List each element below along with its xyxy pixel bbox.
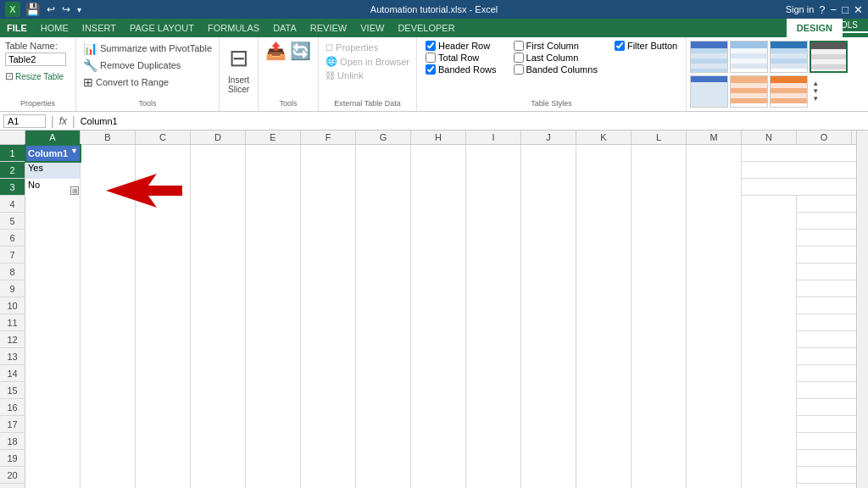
style-thumb-1[interactable] [690, 41, 728, 73]
cell[interactable] [81, 382, 136, 399]
cell[interactable] [356, 416, 411, 433]
cell[interactable] [576, 280, 632, 297]
cell-E3[interactable] [246, 179, 301, 196]
cell[interactable] [191, 263, 246, 280]
cell[interactable] [576, 450, 632, 467]
cell[interactable] [687, 280, 742, 297]
cell[interactable] [246, 230, 301, 247]
cell[interactable] [576, 467, 632, 484]
cell[interactable] [25, 196, 81, 213]
cell[interactable] [81, 467, 136, 484]
insert-slicer-group[interactable]: ⊟ InsertSlicer [220, 37, 259, 111]
cell[interactable] [521, 331, 576, 348]
auto-fill-icon[interactable]: ⊞ [70, 186, 79, 195]
cell[interactable] [81, 348, 136, 365]
cell[interactable] [411, 416, 466, 433]
cell[interactable] [81, 416, 136, 433]
cell[interactable] [81, 247, 136, 263]
cell[interactable] [521, 348, 576, 365]
style-thumb-3[interactable] [770, 41, 808, 73]
cell[interactable] [521, 433, 576, 450]
cell[interactable] [136, 247, 191, 263]
cell[interactable] [246, 280, 301, 297]
cell[interactable] [466, 450, 521, 467]
cell[interactable] [136, 263, 191, 280]
cell[interactable] [301, 230, 356, 247]
cell[interactable] [191, 230, 246, 247]
cell-L3[interactable] [632, 179, 687, 196]
cell[interactable] [191, 399, 246, 416]
cell[interactable] [301, 263, 356, 280]
cell[interactable] [136, 297, 191, 314]
close-btn[interactable]: ✕ [854, 3, 863, 16]
cell[interactable] [576, 331, 632, 348]
cell[interactable] [356, 382, 411, 399]
cell-G2[interactable] [356, 162, 411, 179]
cell[interactable] [301, 247, 356, 263]
cell-F1[interactable] [301, 145, 356, 162]
cell-H2[interactable] [411, 162, 466, 179]
cell-K2[interactable] [576, 162, 632, 179]
cell-J3[interactable] [521, 179, 576, 196]
formula-input[interactable] [81, 116, 865, 126]
cell[interactable] [687, 247, 742, 263]
cell[interactable] [466, 213, 521, 230]
cell[interactable] [632, 331, 687, 348]
cell[interactable] [246, 247, 301, 263]
cell[interactable] [81, 450, 136, 467]
header-row-option[interactable]: Header Row [426, 41, 497, 51]
cell[interactable] [632, 348, 687, 365]
cell[interactable] [466, 399, 521, 416]
cell[interactable] [632, 399, 687, 416]
cell[interactable] [25, 213, 81, 230]
cell[interactable] [25, 247, 81, 263]
cell[interactable] [742, 348, 797, 365]
cell[interactable] [466, 416, 521, 433]
export-btn[interactable]: 📤 [265, 41, 287, 61]
cell[interactable] [632, 416, 687, 433]
cell[interactable] [301, 382, 356, 399]
cell[interactable] [25, 331, 81, 348]
cell[interactable] [521, 365, 576, 382]
cell[interactable] [411, 399, 466, 416]
cell[interactable] [576, 213, 632, 230]
cell[interactable] [25, 450, 81, 467]
cell[interactable] [356, 450, 411, 467]
cell-M1[interactable] [687, 145, 742, 162]
cell-A2[interactable]: Yes [25, 162, 81, 179]
cell[interactable] [356, 247, 411, 263]
cell[interactable] [25, 484, 81, 488]
filter-dropdown-icon[interactable]: ▼ [70, 147, 78, 155]
cell[interactable] [301, 331, 356, 348]
cell[interactable] [742, 450, 797, 467]
cell[interactable] [246, 399, 301, 416]
cell[interactable] [356, 280, 411, 297]
cell[interactable] [521, 280, 576, 297]
cell[interactable] [687, 348, 742, 365]
cell-D3[interactable] [191, 179, 246, 196]
cell[interactable] [356, 230, 411, 247]
cell[interactable] [521, 399, 576, 416]
cell[interactable] [466, 382, 521, 399]
banded-rows-option[interactable]: Banded Rows [426, 64, 497, 75]
cell[interactable] [136, 213, 191, 230]
cell-E1[interactable] [246, 145, 301, 162]
cell[interactable] [466, 467, 521, 484]
cell-G1[interactable] [356, 145, 411, 162]
cell[interactable] [81, 365, 136, 382]
cell[interactable] [687, 297, 742, 314]
cell[interactable] [466, 247, 521, 263]
cell[interactable] [466, 433, 521, 450]
cell-F2[interactable] [301, 162, 356, 179]
cell[interactable] [411, 433, 466, 450]
cell[interactable] [25, 467, 81, 484]
cell[interactable] [687, 450, 742, 467]
cell[interactable] [25, 382, 81, 399]
cell[interactable] [411, 365, 466, 382]
cell[interactable] [301, 467, 356, 484]
cell[interactable] [687, 263, 742, 280]
cell[interactable] [411, 331, 466, 348]
style-thumb-6[interactable] [730, 75, 768, 108]
cell[interactable] [411, 230, 466, 247]
header-row-checkbox[interactable] [426, 41, 436, 51]
